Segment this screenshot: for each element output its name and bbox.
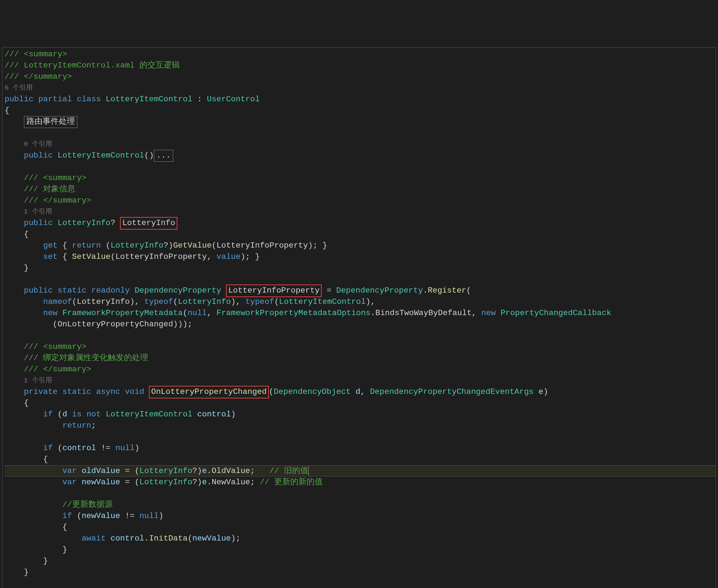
- method-call: GetValue: [173, 240, 212, 251]
- local-var: newValue: [193, 533, 231, 544]
- keyword: void: [125, 386, 144, 398]
- highlighted-property: LotteryInfo: [120, 217, 177, 230]
- method-call: Register: [428, 285, 466, 296]
- code-line: if (d is not LotteryItemControl control): [5, 409, 716, 420]
- doc-comment: /// 对象信息: [24, 184, 76, 195]
- keyword: is: [72, 409, 82, 420]
- collapsed-region[interactable]: 路由事件处理: [24, 116, 77, 128]
- code-line: {: [5, 398, 716, 409]
- code-line: public partial class LotteryItemControl …: [5, 94, 716, 105]
- code-line: nameof(LotteryInfo), typeof(LotteryInfo)…: [5, 296, 716, 308]
- parameter: d: [62, 409, 67, 420]
- keyword: nameof: [43, 296, 72, 308]
- method-call: SetValue: [72, 251, 111, 263]
- code-line: 1 个引用: [5, 206, 716, 218]
- type-name: DependencyProperty: [134, 285, 221, 296]
- local-var: control: [111, 533, 144, 544]
- keyword: null: [188, 308, 207, 319]
- code-line: [5, 274, 716, 285]
- keyword: typeof: [245, 296, 274, 308]
- code-line: [5, 161, 716, 173]
- type-name: LotteryInfo: [58, 218, 111, 229]
- highlighted-method: OnLotteryPropertyChanged: [149, 386, 269, 398]
- keyword: not: [87, 409, 101, 420]
- code-line: /// </summary>: [5, 364, 716, 375]
- code-line: //更新数据源: [5, 499, 716, 511]
- current-line: var oldValue = (LotteryInfo?)e.OldValue;…: [5, 465, 716, 477]
- code-line: (OnLotteryPropertyChanged)));: [5, 319, 716, 330]
- reference-count[interactable]: 0 个引用: [24, 140, 52, 149]
- keyword: async: [96, 386, 120, 398]
- code-line: {: [5, 105, 716, 116]
- code-line: [5, 488, 716, 499]
- code-line: 1 个引用: [5, 375, 716, 386]
- enum-member: BindsTwoWayByDefault: [375, 308, 472, 319]
- parameter: control: [197, 409, 231, 420]
- property-ref: LotteryInfoProperty: [115, 251, 207, 263]
- code-line: [5, 128, 716, 139]
- doc-comment: /// </summary>: [24, 195, 92, 206]
- keyword: new: [43, 308, 57, 319]
- parameter: control: [62, 443, 96, 454]
- parameter: e: [202, 477, 207, 488]
- type-name: DependencyObject: [274, 386, 351, 398]
- code-line: if (newValue != null): [5, 511, 716, 522]
- highlighted-field: LotteryInfoProperty: [226, 285, 322, 297]
- class-name: LotteryItemControl: [106, 94, 192, 105]
- parameter: e: [202, 466, 207, 475]
- keyword: get: [43, 240, 57, 251]
- code-line: }: [5, 556, 716, 567]
- type-name: LotteryInfo: [178, 296, 231, 308]
- local-var: newValue: [82, 511, 120, 522]
- collapsed-block[interactable]: ...: [154, 150, 173, 162]
- property-ref: LotteryInfo: [77, 296, 130, 308]
- code-line: }: [5, 263, 716, 274]
- doc-comment: /// 绑定对象属性变化触发的处理: [24, 353, 149, 364]
- type-name: FrameworkPropertyMetadata: [62, 308, 183, 319]
- local-var: newValue: [82, 477, 120, 488]
- keyword: value: [216, 251, 240, 263]
- reference-count[interactable]: 1 个引用: [24, 207, 52, 217]
- keyword: return: [72, 240, 101, 251]
- inline-comment: // 更新的新的值: [260, 477, 323, 488]
- inline-comment: //更新数据源: [62, 499, 112, 511]
- type-name: LotteryItemControl: [279, 296, 366, 308]
- keyword: new: [481, 308, 496, 319]
- property-access: NewValue: [212, 477, 250, 488]
- code-editor[interactable]: /// <summary>/// LotteryItemControl.xaml…: [2, 47, 716, 588]
- parameter: e: [538, 386, 543, 398]
- code-line: /// 对象信息: [5, 184, 716, 195]
- parameter: d: [355, 386, 360, 398]
- base-class: UserControl: [207, 94, 260, 105]
- code-line: await control.InitData(newValue);: [5, 533, 716, 544]
- type-name: FrameworkPropertyMetadataOptions: [216, 308, 371, 319]
- code-line: get { return (LotteryInfo?)GetValue(Lott…: [5, 240, 716, 251]
- type-name: DependencyProperty: [336, 285, 423, 296]
- doc-comment: /// <summary>: [24, 173, 87, 184]
- code-line: /// </summary>: [5, 71, 716, 83]
- type-name: LotteryItemControl: [106, 409, 192, 420]
- code-line: 0 个引用: [5, 139, 716, 150]
- method-call: InitData: [149, 533, 187, 544]
- type-name: LotteryInfo: [111, 240, 163, 251]
- code-line: /// <summary>: [5, 173, 716, 184]
- keyword: readonly: [91, 285, 130, 296]
- code-line: public LotteryItemControl()...: [5, 150, 716, 161]
- text-cursor-icon: [308, 466, 309, 476]
- keyword: public: [5, 94, 33, 105]
- keyword: null: [139, 511, 159, 522]
- local-var: oldValue: [82, 466, 120, 475]
- keyword: public: [24, 285, 53, 296]
- constructor-name: LotteryItemControl: [58, 150, 144, 161]
- code-line: 路由事件处理: [5, 116, 716, 128]
- doc-comment: /// <summary>: [5, 49, 67, 60]
- reference-count[interactable]: 6 个引用: [5, 83, 33, 93]
- code-line: if (control != null): [5, 443, 716, 454]
- keyword: static: [58, 285, 87, 296]
- code-line: [5, 330, 716, 341]
- keyword: if: [62, 511, 72, 522]
- keyword: class: [77, 94, 101, 105]
- code-line: return;: [5, 420, 716, 432]
- reference-count[interactable]: 1 个引用: [24, 376, 52, 385]
- keyword: set: [43, 251, 57, 263]
